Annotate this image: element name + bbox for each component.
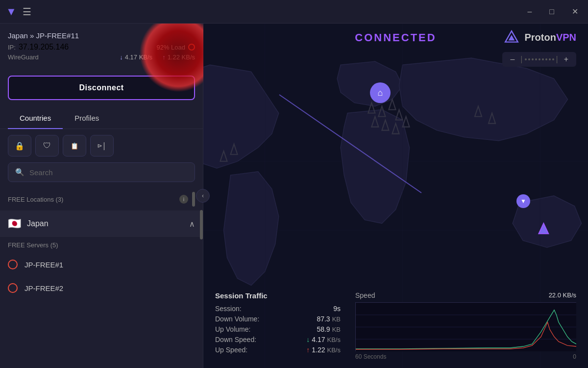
connected-label: CONNECTED bbox=[355, 31, 436, 44]
up-arrow-icon: ↑ bbox=[162, 53, 166, 61]
zoom-divider: | bbox=[520, 55, 522, 64]
server-circle-icon-2 bbox=[8, 283, 18, 293]
minimize-button[interactable]: – bbox=[523, 6, 536, 18]
connection-info: Japan » JP-FREE#11 IP: 37.19.205.146 92%… bbox=[8, 31, 195, 61]
title-bar-controls: – □ ✕ bbox=[523, 6, 582, 18]
zoom-out-button[interactable]: – bbox=[506, 54, 518, 65]
down-speed-value: ↓ 4.17 KB/s bbox=[306, 336, 341, 343]
maximize-button[interactable]: □ bbox=[545, 6, 558, 18]
sidebar-scrollbar[interactable] bbox=[200, 210, 203, 239]
filter-streaming[interactable]: 📋 bbox=[63, 135, 86, 157]
tab-countries[interactable]: Countries bbox=[8, 108, 63, 129]
lock-icon: 🔒 bbox=[15, 141, 24, 151]
menu-icon[interactable]: ☰ bbox=[23, 6, 31, 18]
disconnect-button[interactable]: Disconnect bbox=[8, 76, 195, 100]
chart-footer: 60 Seconds 0 bbox=[355, 353, 576, 360]
info-icon[interactable]: i bbox=[179, 195, 188, 204]
up-speed-value: 1.22 KB/s bbox=[168, 53, 195, 61]
down-arrow-icon: ↓ bbox=[120, 53, 123, 61]
zoom-dot-6 bbox=[542, 58, 544, 60]
zoom-dot-1 bbox=[525, 58, 527, 60]
chart-time-left: 60 Seconds bbox=[355, 353, 386, 360]
zoom-dot-3 bbox=[532, 58, 534, 60]
chart-max-value: 22.0 KB/s bbox=[549, 291, 576, 299]
load-text: 92% Load bbox=[156, 44, 185, 51]
down-speed-value: 4.17 KB/s bbox=[125, 53, 152, 61]
ip-row: IP: 37.19.205.146 92% Load bbox=[8, 43, 195, 52]
title-bar-left: ▼ ☰ bbox=[6, 5, 523, 18]
tab-profiles[interactable]: Profiles bbox=[63, 108, 111, 129]
tabs: Countries Profiles bbox=[0, 108, 203, 129]
search-icon: 🔍 bbox=[15, 168, 24, 177]
zoom-dot-8 bbox=[549, 58, 551, 60]
server-item-1[interactable]: JP-FREE#1 bbox=[0, 253, 203, 276]
sidebar: Japan » JP-FREE#11 IP: 37.19.205.146 92%… bbox=[0, 24, 203, 368]
up-arrow-stat: ↑ bbox=[306, 346, 310, 354]
zoom-dot-5 bbox=[539, 58, 540, 60]
down-volume-label: Down Volume: bbox=[215, 315, 259, 323]
app-logo[interactable]: ▼ bbox=[6, 5, 17, 18]
load-info: 92% Load bbox=[156, 44, 195, 51]
up-volume-label: Up Volume: bbox=[215, 325, 250, 333]
zoom-dot-4 bbox=[535, 58, 537, 60]
up-volume-unit: KB bbox=[332, 326, 341, 333]
server-name: Japan » JP-FREE#11 bbox=[8, 31, 195, 40]
map-panel: ⌂ ▼ CONNECTED ProtonVPN – | bbox=[203, 24, 588, 368]
down-speed: ↓ 4.17 KB/s bbox=[120, 53, 152, 61]
search-box: 🔍 bbox=[8, 162, 195, 182]
ip-value: 37.19.205.146 bbox=[19, 43, 69, 52]
sidebar-header: Japan » JP-FREE#11 IP: 37.19.205.146 92%… bbox=[0, 24, 203, 72]
free-servers-header: FREE Servers (5) bbox=[0, 237, 203, 253]
country-item-japan[interactable]: 🇯🇵 Japan ∧ bbox=[0, 210, 203, 237]
up-speed: ↑ 1.22 KB/s bbox=[162, 53, 195, 61]
stat-row-up-vol: Up Volume: 58.9 KB bbox=[215, 325, 341, 333]
filter-buttons: 🔒 🛡 📋 ⊳| bbox=[0, 129, 203, 162]
zoom-controls: – | | + bbox=[502, 52, 576, 67]
chart-title-row: Speed 22.0 KB/s bbox=[355, 291, 576, 299]
up-speed-value: ↑ 1.22 KB/s bbox=[306, 346, 341, 354]
stat-row-up-speed: Up Speed: ↑ 1.22 KB/s bbox=[215, 346, 341, 354]
chart-canvas bbox=[355, 302, 576, 351]
stat-row-session: Session: 9s bbox=[215, 305, 341, 313]
section-header-right: i bbox=[179, 192, 195, 207]
down-arrow-stat: ↓ bbox=[306, 336, 310, 343]
shield-icon: 🛡 bbox=[43, 141, 51, 150]
main-content: Japan » JP-FREE#11 IP: 37.19.205.146 92%… bbox=[0, 24, 588, 368]
zoom-dot-9 bbox=[552, 58, 554, 60]
speed-chart: Speed 22.0 KB/s 6 bbox=[355, 291, 576, 360]
zoom-dot-2 bbox=[528, 58, 530, 60]
stat-row-down-speed: Down Speed: ↓ 4.17 KB/s bbox=[215, 336, 341, 343]
filter-p2p[interactable]: 🛡 bbox=[35, 135, 59, 157]
session-value: 9s bbox=[333, 305, 341, 313]
stats-panel: Session Traffic Session: 9s Down Volume:… bbox=[203, 284, 588, 368]
zoom-track bbox=[525, 58, 554, 60]
search-input[interactable] bbox=[29, 168, 188, 177]
speed-info: ↓ 4.17 KB/s ↑ 1.22 KB/s bbox=[120, 53, 195, 61]
up-volume-value: 58.9 KB bbox=[317, 325, 341, 333]
search-wrap: 🔍 bbox=[0, 162, 203, 188]
country-list: 🇯🇵 Japan ∧ FREE Servers (5) JP-FREE#1 JP… bbox=[0, 210, 203, 300]
server-circle-icon-1 bbox=[8, 260, 18, 269]
session-traffic-title: Session Traffic bbox=[215, 291, 341, 300]
server-pin-japan: ▼ bbox=[516, 194, 530, 208]
home-pin: ⌂ bbox=[370, 82, 391, 103]
zoom-dot-7 bbox=[545, 58, 547, 60]
chart-title: Speed bbox=[355, 291, 375, 299]
zoom-divider-2: | bbox=[556, 55, 558, 64]
up-speed-unit: KB/s bbox=[327, 346, 341, 354]
stream-icon: 📋 bbox=[71, 142, 78, 150]
collapse-sidebar-button[interactable]: ‹ bbox=[196, 189, 210, 203]
filter-tor[interactable]: ⊳| bbox=[90, 135, 114, 157]
title-bar: ▼ ☰ – □ ✕ bbox=[0, 0, 588, 24]
protocol-label: WireGuard bbox=[8, 53, 39, 61]
protocol-row: WireGuard ↓ 4.17 KB/s ↑ 1.22 KB/s bbox=[8, 53, 195, 61]
session-label: Session: bbox=[215, 305, 242, 313]
server-item-2[interactable]: JP-FREE#2 bbox=[0, 276, 203, 300]
close-button[interactable]: ✕ bbox=[568, 6, 582, 18]
zoom-in-button[interactable]: + bbox=[560, 54, 572, 65]
chart-time-right: 0 bbox=[573, 353, 576, 360]
down-volume-unit: KB bbox=[332, 315, 341, 323]
filter-secure-core[interactable]: 🔒 bbox=[8, 135, 31, 157]
up-speed-label: Up Speed: bbox=[215, 346, 247, 354]
chevron-up-icon: ∧ bbox=[189, 219, 195, 229]
